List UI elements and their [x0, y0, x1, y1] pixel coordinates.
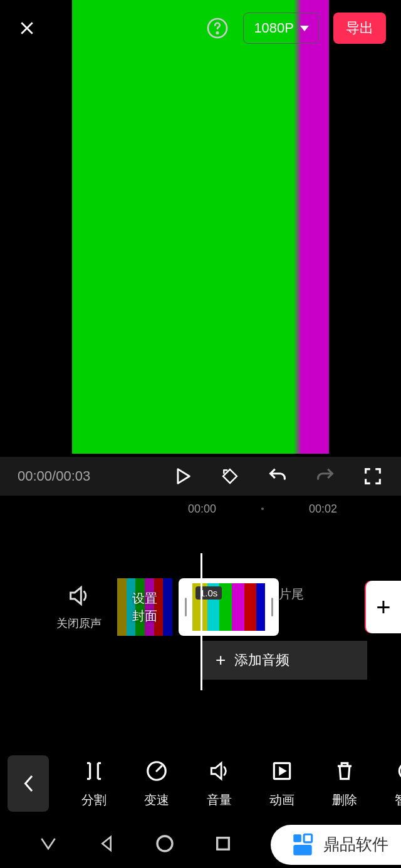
ruler-mark-0: 00:00: [188, 503, 216, 516]
add-clip-button[interactable]: +: [366, 581, 401, 633]
add-audio-button[interactable]: + 添加音频: [202, 641, 367, 680]
svg-rect-7: [293, 834, 301, 842]
clip-tail-label[interactable]: 片尾: [279, 586, 304, 603]
timeline-ruler[interactable]: 00:00 00:02: [0, 499, 401, 518]
cover-label-1: 设置: [132, 590, 157, 607]
bottom-toolbar: 分割 变速 音量 动画 删除 智能: [0, 746, 401, 821]
tool-delete[interactable]: 删除: [313, 759, 376, 809]
svg-rect-6: [217, 837, 229, 849]
split-icon: [82, 759, 106, 783]
back-button[interactable]: [8, 755, 49, 812]
selected-clip[interactable]: 1.0s: [179, 578, 279, 636]
tool-volume[interactable]: 音量: [188, 759, 251, 809]
chevron-down-icon: [300, 26, 309, 31]
preview-magenta-strip: [301, 0, 329, 454]
system-navbar: 鼎品软件: [0, 821, 401, 868]
svg-rect-8: [304, 834, 312, 842]
clip-handle-left[interactable]: [179, 578, 192, 636]
ruler-mark-1: 00:02: [309, 503, 337, 516]
volume-icon: [207, 759, 231, 783]
tool-split[interactable]: 分割: [63, 759, 125, 809]
redo-button[interactable]: [315, 466, 336, 487]
nav-recent-button[interactable]: [213, 834, 233, 856]
resolution-label: 1080P: [254, 20, 294, 36]
plus-icon: +: [216, 650, 226, 670]
resolution-select[interactable]: 1080P: [243, 13, 320, 44]
add-audio-label: 添加音频: [234, 651, 289, 670]
delete-icon: [333, 759, 357, 783]
fullscreen-button[interactable]: [362, 466, 383, 487]
clip-duration-badge: 1.0s: [195, 586, 222, 600]
clip-handle-right[interactable]: [265, 578, 279, 636]
brand-text: 鼎品软件: [323, 834, 388, 855]
nav-back-button[interactable]: [96, 834, 117, 856]
mute-original-button[interactable]: 关闭原声: [56, 583, 102, 631]
ruler-dot: [261, 508, 264, 510]
player-controls: 00:00/00:03: [0, 457, 401, 496]
play-button[interactable]: [172, 466, 193, 487]
brand-logo-icon: [289, 832, 316, 858]
brand-watermark[interactable]: 鼎品软件: [271, 825, 401, 865]
speed-icon: [145, 759, 169, 783]
animation-icon: [270, 759, 294, 783]
set-cover-button[interactable]: 设置 封面: [117, 578, 172, 636]
cover-label-2: 封面: [132, 607, 157, 625]
clip-thumbnail: 1.0s: [192, 583, 265, 631]
mute-label: 关闭原声: [56, 616, 102, 631]
speaker-icon: [66, 583, 91, 608]
keyframe-button[interactable]: [219, 466, 241, 487]
help-icon[interactable]: [206, 16, 229, 40]
tool-speed[interactable]: 变速: [125, 759, 188, 809]
time-display: 00:00/00:03: [18, 468, 172, 484]
nav-home-button[interactable]: [155, 834, 175, 856]
tool-smart[interactable]: 智能: [376, 759, 401, 809]
video-preview[interactable]: [72, 0, 329, 454]
nav-menu-button[interactable]: [38, 834, 58, 856]
tool-animation[interactable]: 动画: [251, 759, 313, 809]
svg-rect-9: [293, 845, 311, 855]
playhead[interactable]: [200, 553, 202, 690]
smart-icon: [395, 759, 401, 783]
timeline-track[interactable]: 关闭原声 设置 封面 1.0s 片尾 + + 添加音频: [0, 553, 401, 691]
undo-button[interactable]: [267, 466, 288, 487]
top-bar: 1080P 导出: [0, 0, 401, 56]
close-button[interactable]: [15, 16, 39, 40]
svg-point-5: [157, 836, 172, 851]
svg-point-1: [217, 32, 218, 33]
export-button[interactable]: 导出: [333, 13, 386, 44]
